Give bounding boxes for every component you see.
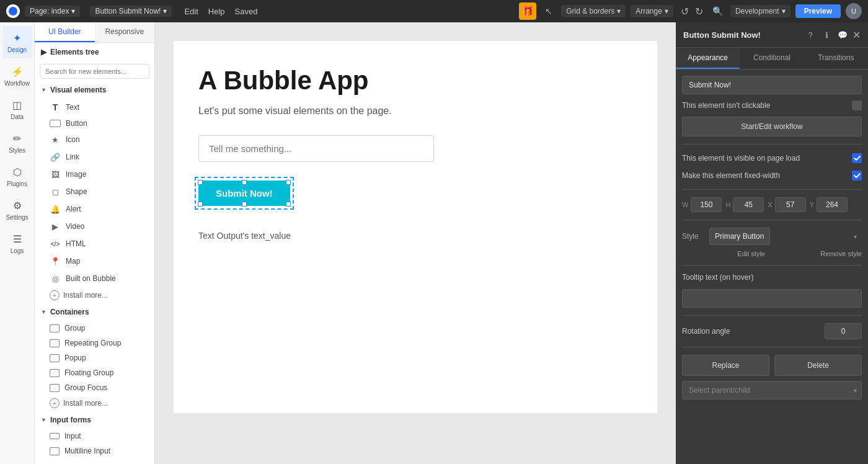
undo-button[interactable]: ↺ <box>678 4 691 19</box>
selection-handle-tm[interactable] <box>242 180 247 185</box>
visible-on-load-checkbox[interactable] <box>852 153 862 163</box>
tab-ui-builder[interactable]: UI Builder <box>35 22 95 42</box>
selected-button-wrapper: Submit Now! <box>198 181 290 206</box>
parent-child-select[interactable]: Select parent/child <box>682 381 862 399</box>
not-clickable-row: This element isn't clickable <box>682 99 862 112</box>
arrange-arrow: ▾ <box>665 7 668 16</box>
development-button[interactable]: Development ▾ <box>730 5 790 17</box>
nav-settings[interactable]: ⚙ Settings <box>2 194 32 226</box>
sidebar-item-group[interactable]: Group <box>35 321 154 336</box>
button-text-input[interactable] <box>682 76 862 94</box>
height-input[interactable] <box>733 197 764 212</box>
panel-body: This element isn't clickable Start/Edit … <box>676 69 868 464</box>
rotation-input[interactable] <box>825 323 862 339</box>
user-avatar[interactable]: U <box>846 3 862 19</box>
rotation-label: Rotation angle <box>682 327 730 336</box>
style-select[interactable]: Primary Button <box>709 228 770 245</box>
search-button[interactable]: 🔍 <box>711 4 725 19</box>
selection-handle-bl[interactable] <box>198 202 203 207</box>
sidebar-item-checkbox[interactable]: ☑ Checkbox <box>35 458 154 464</box>
arrange-button[interactable]: Arrange ▾ <box>631 5 673 17</box>
containers-header[interactable]: ▼ Containers <box>35 303 154 321</box>
panel-close-button[interactable]: ✕ <box>852 29 861 41</box>
gift-button[interactable]: 🎁 <box>519 2 536 20</box>
sidebar-item-built-on-bubble[interactable]: ◎ Built on Bubble <box>35 270 154 287</box>
grid-borders-button[interactable]: Grid & borders ▾ <box>561 5 626 17</box>
sidebar-item-button[interactable]: Button <box>35 116 154 131</box>
start-edit-workflow-button[interactable]: Start/Edit workflow <box>682 117 862 136</box>
style-select-wrapper: Primary Button ▾ <box>709 228 862 245</box>
sidebar-item-icon[interactable]: ★ Icon <box>35 131 154 148</box>
sidebar-item-group-focus[interactable]: Group Focus <box>35 380 154 395</box>
nav-styles[interactable]: ✏ Styles <box>2 127 32 159</box>
tab-appearance[interactable]: Appearance <box>676 48 740 69</box>
install-more-containers[interactable]: + Install more... <box>35 395 154 411</box>
selection-handle-tr[interactable] <box>286 180 291 185</box>
fixed-width-row: Make this element fixed-width <box>682 169 862 182</box>
sidebar-item-map[interactable]: 📍 Map <box>35 252 154 270</box>
sidebar-tab-row: UI Builder Responsive <box>35 22 154 43</box>
y-input[interactable] <box>817 197 848 212</box>
element-selector[interactable]: Button Submit Now! ▾ <box>90 6 172 17</box>
edit-menu[interactable]: Edit <box>184 7 198 16</box>
remove-style-link[interactable]: Remove style <box>820 250 862 257</box>
map-icon: 📍 <box>50 256 61 267</box>
bubble-logo[interactable] <box>6 4 20 18</box>
sidebar-item-repeating-group[interactable]: Repeating Group <box>35 336 154 350</box>
sidebar-item-multiline-input[interactable]: Multiline Input <box>35 444 154 458</box>
panel-help-icon[interactable]: ? <box>804 29 817 41</box>
tooltip-input[interactable] <box>682 289 862 308</box>
elements-tree-header[interactable]: ▶ Elements tree <box>35 43 154 61</box>
sidebar-item-link[interactable]: 🔗 Link <box>35 148 154 166</box>
input-forms-header[interactable]: ▼ Input forms <box>35 411 154 429</box>
nav-data[interactable]: ◫ Data <box>2 93 32 125</box>
replace-button[interactable]: Replace <box>682 355 769 376</box>
edit-style-link[interactable]: Edit style <box>737 250 765 257</box>
preview-button[interactable]: Preview <box>795 4 841 18</box>
sidebar-item-html[interactable]: </> HTML <box>35 235 154 252</box>
sidebar-item-shape[interactable]: ◻ Shape <box>35 183 154 200</box>
canvas-input-field[interactable] <box>198 135 434 162</box>
selection-handle-br[interactable] <box>286 202 291 207</box>
tooltip-label: Tooltip text (on hover) <box>682 273 862 282</box>
panel-info-icon[interactable]: ℹ <box>820 29 833 41</box>
nav-plugins[interactable]: ⬡ Plugins <box>2 160 32 192</box>
fixed-width-checkbox[interactable] <box>852 171 862 181</box>
redo-button[interactable]: ↻ <box>693 4 706 19</box>
x-input[interactable] <box>775 197 806 212</box>
delete-button[interactable]: Delete <box>774 355 862 376</box>
nav-workflow[interactable]: ⚡ Workflow <box>2 60 32 92</box>
nav-logs[interactable]: ☰ Logs <box>2 227 32 259</box>
install-more-visual-icon: + <box>50 290 60 300</box>
tab-responsive[interactable]: Responsive <box>95 22 155 42</box>
sidebar-item-image[interactable]: 🖼 Image <box>35 166 154 183</box>
tab-transitions[interactable]: Transitions <box>804 48 868 69</box>
not-clickable-checkbox[interactable] <box>852 100 862 110</box>
panel-header: Button Submit Now! ? ℹ 💬 ✕ <box>676 22 868 48</box>
nav-design[interactable]: ✦ Design <box>2 26 32 58</box>
pointer-tool[interactable]: ↖ <box>541 4 556 19</box>
grid-borders-arrow: ▾ <box>617 7 621 16</box>
selection-handle-tl[interactable] <box>198 180 203 185</box>
sidebar-item-floating-group[interactable]: Floating Group <box>35 365 154 380</box>
sidebar-item-text[interactable]: T Text <box>35 99 154 116</box>
tab-conditional[interactable]: Conditional <box>740 48 804 69</box>
element-search-input[interactable] <box>40 64 149 79</box>
sidebar-item-alert[interactable]: 🔔 Alert <box>35 200 154 218</box>
page-selector[interactable]: Page: index ▾ <box>25 6 80 17</box>
sidebar-item-video[interactable]: ▶ Video <box>35 218 154 235</box>
visual-elements-header[interactable]: ▼ Visual elements <box>35 81 154 99</box>
help-menu[interactable]: Help <box>208 7 225 16</box>
design-icon: ✦ <box>11 31 24 45</box>
sidebar-item-popup[interactable]: Popup <box>35 350 154 365</box>
page-dropdown-arrow: ▾ <box>71 7 75 16</box>
install-more-visual[interactable]: + Install more... <box>35 287 154 303</box>
panel-comment-icon[interactable]: 💬 <box>836 29 849 41</box>
icon-icon: ★ <box>50 134 61 145</box>
x-label: X <box>768 201 772 208</box>
divider-4 <box>682 265 862 265</box>
sidebar-item-input[interactable]: Input <box>35 429 154 444</box>
selection-handle-bm[interactable] <box>242 202 247 207</box>
width-input[interactable] <box>691 197 722 212</box>
gift-icon: 🎁 <box>522 6 534 17</box>
